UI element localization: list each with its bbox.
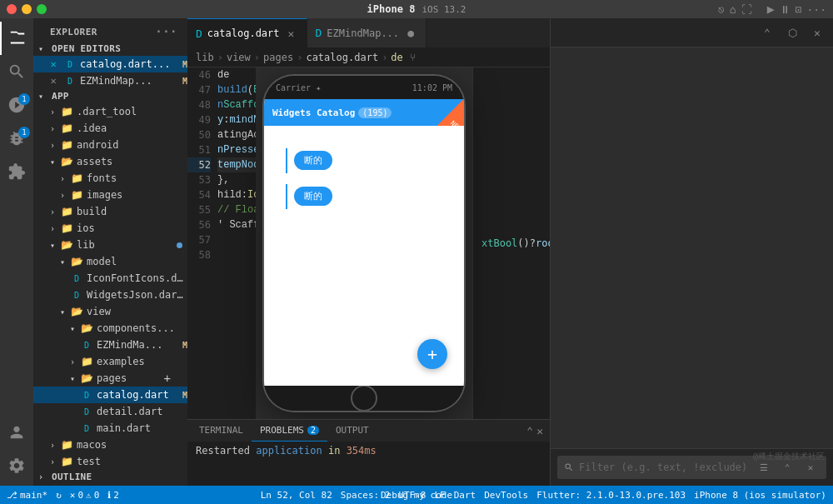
panel-close-icon[interactable]: ✕ [808, 23, 826, 42]
folder-test[interactable]: › 📁 test [33, 453, 187, 470]
activity-item-git[interactable]: 1 [0, 88, 33, 122]
file-catalog-dart[interactable]: D catalog.dart M [33, 387, 187, 403]
code-line-53: }, [217, 172, 256, 187]
carrier-text: Carrier ✦ [276, 83, 321, 92]
title-bar-actions: ⎋ ⌂ ⛶ ▶ ⏸ ⊡ ··· [718, 2, 826, 17]
chevron-right-icon: › [50, 124, 60, 133]
open-editor-ezmindmap[interactable]: ✕ D EZMindMap... M [33, 72, 187, 89]
file-detail-dart[interactable]: D detail.dart [33, 403, 187, 420]
file-main-dart[interactable]: D main.dart [33, 420, 187, 437]
file-ezmindma[interactable]: D EZMindMa... M [33, 337, 187, 353]
folder-pages[interactable]: ▾ 📂 pages + [33, 370, 187, 387]
activity-item-accounts[interactable] [0, 416, 33, 449]
folder-images[interactable]: › 📁 images [33, 187, 187, 203]
folder-dart-tool[interactable]: › 📁 .dart_tool [33, 103, 187, 120]
open-editor-catalog[interactable]: ✕ D catalog.dart... M [33, 56, 187, 72]
file-icon-font-icons[interactable]: D IconFontIcons.dart... [33, 270, 187, 287]
code-line-46: de [217, 67, 256, 82]
file-widgets-json[interactable]: D WidgetsJson.dart... [33, 287, 187, 303]
activity-item-debug[interactable]: 1 [0, 122, 33, 155]
section-app[interactable]: ▾ APP [33, 89, 187, 103]
chevron-up-icon[interactable]: ⌃ [758, 23, 776, 42]
terminal-expand-icon[interactable]: ⌃ [526, 425, 533, 437]
breadcrumb-view[interactable]: view [227, 52, 251, 63]
reload-icon[interactable]: ⊡ [796, 3, 802, 16]
terminal-tab-output[interactable]: OUTPUT [327, 420, 377, 442]
open-editor-ezmindmap-label: EZMindMap... [80, 75, 179, 87]
activity-item-search[interactable] [0, 55, 33, 88]
expand-icon[interactable]: ⬡ [783, 23, 801, 42]
right-panel-content: ☰ ⌃ ✕ @稀土掘金技术社区 [551, 47, 833, 486]
status-branch[interactable]: ⎇ main* [7, 490, 47, 501]
status-device[interactable]: iPhone 8 (ios simulator) [694, 490, 826, 501]
fab-button[interactable]: + [417, 339, 447, 369]
terminal-text-in: in [328, 445, 347, 457]
filter-input[interactable] [579, 462, 750, 473]
folder-fonts[interactable]: › 📁 fonts [33, 170, 187, 187]
status-devtools[interactable]: DevTools [484, 490, 528, 501]
status-bar-right: Ln 52, Col 82 Spaces: 2 UTF-8 LF Dart De… [261, 490, 826, 501]
folder-examples[interactable]: › 📁 examples [33, 353, 187, 370]
share-icon[interactable]: ⎋ [718, 3, 725, 16]
folder-build[interactable]: › 📁 build [33, 203, 187, 220]
tab-close-button[interactable]: ✕ [285, 27, 298, 40]
maximize-button[interactable] [37, 4, 47, 14]
folder-lib[interactable]: ▾ 📂 lib [33, 237, 187, 253]
folder-model[interactable]: ▾ 📂 model [33, 253, 187, 270]
dart-file-icon6: D [80, 422, 93, 435]
folder-view[interactable]: ▾ 📂 view [33, 303, 187, 320]
source-control-icon: ⑂ [410, 52, 416, 63]
activity-item-settings[interactable] [0, 449, 33, 482]
tab-close-button2[interactable]: ● [404, 27, 417, 40]
status-flutter-version[interactable]: Flutter: 2.1.0-13.0.pre.103 [536, 490, 686, 501]
folder-ios[interactable]: › 📁 ios [33, 220, 187, 237]
section-open-editors[interactable]: ▾ OPEN EdItoRS [33, 42, 187, 56]
folder-macos[interactable]: › 📁 macos [33, 437, 187, 453]
terminal-text-time: 354ms [347, 445, 377, 457]
status-info[interactable]: ℹ 2 [107, 490, 119, 501]
status-lang[interactable]: Dart [454, 490, 476, 501]
tab-ezmindmap[interactable]: D EZMindMap... ● [307, 18, 427, 47]
status-errors[interactable]: ✕ 0 ⚠ 0 [70, 490, 100, 501]
mind-map-nodes: 断的 断的 [277, 139, 451, 217]
breadcrumb-file[interactable]: catalog.dart [306, 52, 378, 63]
dart-tab-icon2: D [316, 27, 322, 39]
folder-ios-label: ios [77, 222, 187, 234]
more-icon[interactable]: ··· [807, 3, 826, 16]
folder-pages-label: pages [97, 372, 187, 384]
terminal-tab-terminal[interactable]: TERMINAL [191, 420, 252, 442]
status-ln-col[interactable]: Ln 52, Col 82 [261, 490, 332, 501]
folder-android[interactable]: › 📁 android [33, 137, 187, 153]
section-outline[interactable]: › OUTLINE [33, 470, 187, 484]
run-icon[interactable]: ▶ [767, 2, 775, 17]
chevron-right-icon: › [50, 224, 60, 233]
file-detail-label: detail.dart [97, 406, 187, 417]
status-center[interactable]: Debug my code [381, 490, 452, 501]
folder-open-icon: 📂 [80, 372, 93, 385]
activity-item-files[interactable] [0, 22, 33, 55]
terminal-area: TERMINAL PROBLEMS 2 OUTPUT ⌃ ✕ [187, 419, 550, 486]
folder-assets[interactable]: ▾ 📂 assets [33, 153, 187, 170]
chevron-right-icon: › [50, 457, 60, 467]
activity-item-extensions[interactable] [0, 155, 33, 188]
home-icon[interactable]: ⌂ [730, 3, 736, 16]
stop-icon[interactable]: ⏸ [780, 3, 791, 16]
terminal-close-icon[interactable]: ✕ [536, 425, 543, 437]
breadcrumb-symbol[interactable]: de [391, 52, 402, 63]
close-button[interactable] [7, 4, 17, 14]
fullscreen-icon[interactable]: ⛶ [741, 3, 752, 16]
breadcrumb-pages[interactable]: pages [263, 52, 293, 63]
status-sync[interactable]: ↻ [56, 490, 62, 501]
breadcrumb-lib[interactable]: lib [196, 52, 214, 63]
lib-dot [177, 242, 182, 248]
minimize-button[interactable] [22, 4, 32, 14]
folder-components[interactable]: ▾ 📂 components... [33, 320, 187, 337]
terminal-tab-problems[interactable]: PROBLEMS 2 [252, 420, 327, 442]
folder-idea[interactable]: › 📁 .idea [33, 120, 187, 137]
add-file-icon[interactable]: + [164, 372, 171, 385]
sidebar-menu-icon[interactable]: ··· [155, 25, 177, 38]
code-editor[interactable]: 46 47 48 49 50 51 52 53 54 55 56 57 [187, 67, 256, 419]
sidebar-tree: ▾ OPEN EdItoRS ✕ D catalog.dart... M ✕ D… [33, 42, 187, 486]
tab-catalog[interactable]: D catalog.dart ✕ [187, 18, 307, 47]
home-button[interactable] [351, 385, 377, 411]
